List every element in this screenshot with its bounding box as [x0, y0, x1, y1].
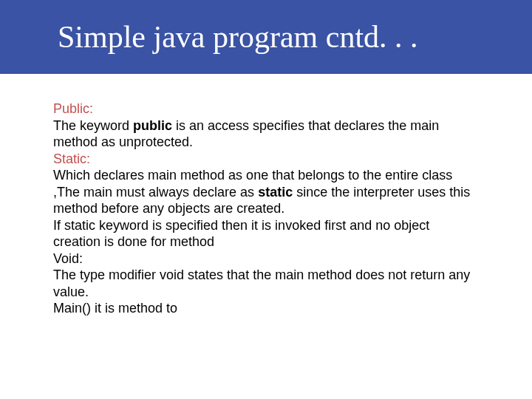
static-text-3: If static keyword is specified then it i…: [53, 218, 429, 250]
slide-title: Simple java program cntd. . .: [58, 19, 418, 55]
static-keyword-label: Static:: [53, 151, 90, 166]
void-text: The type modifier void states that the m…: [53, 267, 470, 299]
public-bold: public: [133, 118, 172, 133]
slide-content: Public: The keyword public is an access …: [0, 74, 532, 317]
main-text: Main() it is method to: [53, 301, 177, 316]
slide-header: Simple java program cntd. . .: [0, 0, 532, 74]
public-keyword-label: Public:: [53, 101, 93, 116]
public-text-1: The keyword: [53, 118, 133, 133]
static-bold: static: [258, 185, 293, 200]
content-block: Public: The keyword public is an access …: [53, 100, 479, 317]
void-keyword-label: Void:: [53, 251, 83, 266]
